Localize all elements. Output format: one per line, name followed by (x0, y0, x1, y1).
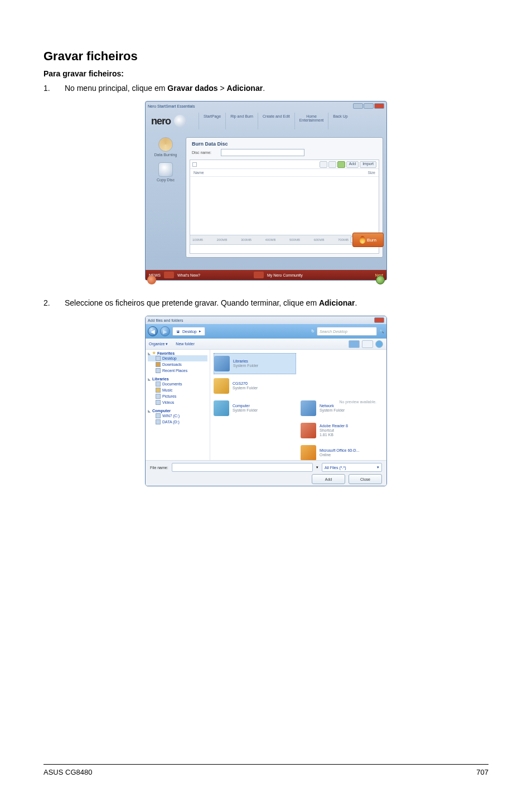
import-button[interactable]: Import (360, 161, 376, 168)
group-computer[interactable]: Computer (148, 409, 207, 413)
nav-forward-button[interactable]: ▶ (160, 326, 170, 336)
view-list-button[interactable] (320, 161, 327, 168)
dialog-close-button[interactable] (374, 317, 384, 323)
disc-name-input[interactable] (221, 149, 304, 156)
step-2-text-a: Seleccione os ficheiros que pretende gra… (65, 298, 319, 307)
minimize-button[interactable] (353, 103, 363, 109)
tab-home-entertainment[interactable]: HomeEntertainment (294, 113, 328, 129)
breadcrumb[interactable]: 🖥 Desktop ▸ (172, 327, 205, 336)
new-folder-button[interactable]: New folder (176, 342, 194, 346)
status-community[interactable]: My Nero Community (267, 273, 303, 277)
nav-music[interactable]: Music (148, 387, 207, 393)
sidebar-data-burning[interactable]: Data Burning (154, 137, 177, 157)
status-whats-new[interactable]: What's New? (177, 273, 200, 277)
nav-drive-d[interactable]: DATA (D:) (148, 419, 207, 425)
close-button[interactable] (374, 103, 384, 109)
section-title: Gravar ficheiros (43, 49, 489, 64)
sidebar-label-burn: Data Burning (154, 153, 177, 157)
column-size[interactable]: Size (367, 171, 375, 175)
ruler-tick: 300MB (241, 238, 252, 241)
step-1-number: 1. (43, 83, 62, 94)
tile-computer[interactable]: ComputerSystem Folder (214, 398, 296, 419)
filename-dropdown-arrow[interactable]: ▾ (316, 465, 318, 470)
nav-recent[interactable]: Recent Places (148, 368, 207, 374)
nav-downloads[interactable]: Downloads (148, 361, 207, 368)
group-libraries[interactable]: Libraries (148, 377, 207, 381)
drive-icon (156, 413, 161, 418)
footer-product: ASUS CG8480 (43, 768, 92, 776)
help-icon[interactable] (375, 340, 383, 348)
tile-libraries[interactable]: LibrariesSystem Folder (214, 353, 296, 374)
filename-input[interactable] (172, 463, 313, 472)
videos-icon (156, 400, 161, 405)
file-dialog-window: Add files and folders ◀ ▶ 🖥 Desktop ▸ ↻ … (145, 316, 387, 486)
file-filter-dropdown[interactable]: All Files (*.*)▾ (322, 463, 382, 472)
community-icon[interactable] (254, 272, 264, 278)
add-button-icon[interactable] (337, 161, 345, 168)
chevron-right-icon: ▸ (199, 329, 201, 334)
disc-icon (158, 137, 173, 152)
close-dialog-button[interactable]: Close (349, 474, 382, 484)
refresh-icon[interactable]: ↻ (311, 329, 315, 334)
chevron-down-icon: ▾ (377, 465, 379, 470)
step-1-text-a: No menu principal, clique em (65, 84, 167, 93)
step-2: 2. Seleccione os ficheiros que pretende … (43, 297, 489, 309)
network-icon (301, 400, 316, 416)
ruler-tick: 400MB (265, 238, 275, 241)
tree-toggle-icon[interactable] (192, 162, 197, 167)
pictures-icon (156, 394, 161, 399)
no-preview-text: No preview available. (339, 400, 376, 404)
step-1-bold-2: Adicionar (227, 84, 263, 93)
ruler-tick: 600MB (313, 238, 324, 241)
desktop-icon (156, 356, 161, 361)
documents-icon (156, 381, 161, 386)
add-file-button[interactable]: Add (312, 474, 345, 484)
add-button[interactable]: Add (346, 161, 359, 168)
tile-cgs[interactable]: CGS270System Folder (214, 375, 296, 397)
step-2-number: 2. (43, 297, 62, 309)
burn-button[interactable]: Burn (352, 233, 384, 247)
computer-icon (214, 400, 229, 416)
nav-pictures[interactable]: Pictures (148, 393, 207, 399)
ruler-tick: 700MB (338, 238, 349, 241)
view-mode-button[interactable] (349, 340, 360, 348)
view-detail-button[interactable] (328, 161, 336, 168)
capacity-ruler: 100MB200MB300MB400MB500MB600MB700MB Auto… (190, 235, 379, 245)
tile-adobe[interactable]: Adobe Reader 8Shortcut1.81 KB (301, 420, 383, 441)
organize-menu[interactable]: Organize ▾ (149, 342, 168, 346)
search-input[interactable]: Search Desktop (317, 327, 377, 336)
sidebar-label-copy: Copy Disc (157, 178, 175, 182)
downloads-icon (156, 362, 161, 367)
preview-pane-button[interactable] (362, 340, 373, 348)
filename-label: File name: (150, 466, 168, 470)
news-feed-icon[interactable] (164, 272, 174, 278)
nav-desktop[interactable]: Desktop (148, 355, 207, 361)
nav-documents[interactable]: Documents (148, 381, 207, 387)
file-dialog-title: Add files and folders (148, 318, 183, 322)
tab-startpage[interactable]: StartPage (199, 113, 225, 129)
maximize-button[interactable] (364, 103, 374, 109)
libraries-icon (214, 356, 230, 371)
step-2-text-c: . (355, 298, 357, 307)
copy-disc-icon (158, 162, 173, 177)
column-name[interactable]: Name (194, 171, 204, 175)
group-favorites[interactable]: ★Favorites (148, 351, 207, 355)
nero-window: Nero StartSmart Essentials nero StartPag… (145, 101, 387, 281)
step-1-text-c: > (218, 84, 227, 93)
adobe-icon (301, 423, 316, 438)
corner-right-icon (376, 276, 385, 284)
disc-name-label: Disc name: (192, 151, 215, 154)
nav-drive-c[interactable]: WIN7 (C:) (148, 413, 207, 419)
step-1-text-e: . (263, 84, 265, 93)
tab-rip-burn[interactable]: Rip and Burn (225, 113, 258, 129)
nav-back-button[interactable]: ◀ (148, 326, 158, 336)
tab-create-edit[interactable]: Create and Edit (258, 113, 294, 129)
footer-page-number: 707 (476, 768, 489, 776)
tab-backup[interactable]: Back Up (328, 113, 352, 129)
drive-icon (156, 419, 161, 424)
nav-videos[interactable]: Videos (148, 399, 207, 405)
sidebar-copy-disc[interactable]: Copy Disc (157, 162, 175, 182)
nero-swirl-icon (174, 115, 186, 127)
search-icon[interactable]: 🔍 (379, 329, 384, 334)
office-icon (301, 445, 316, 461)
